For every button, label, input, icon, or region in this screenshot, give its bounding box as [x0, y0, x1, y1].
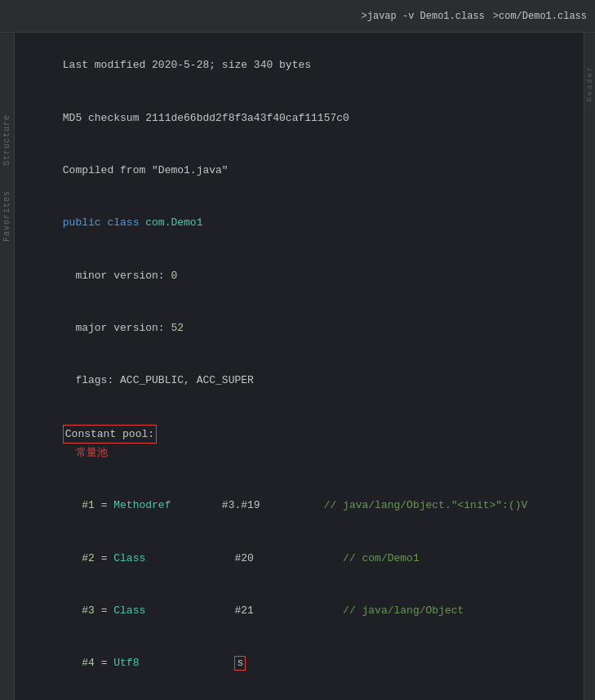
top-cmd2: >com/Demo1.class	[493, 11, 587, 22]
right-sidebar: Reader	[584, 33, 595, 700]
line-7: flags: ACC_PUBLIC, ACC_SUPER	[24, 354, 574, 407]
line-1: Last modified 2020-5-28; size 340 bytes	[24, 39, 574, 91]
pool-2: #2 = Class #20 // com/Demo1	[24, 532, 574, 584]
pool-1: #1 = Methodref #3.#19 // java/lang/Objec…	[24, 479, 574, 532]
line-6: major version: 52	[24, 302, 574, 354]
left-gutter: Structure Favorites	[0, 33, 15, 700]
sidebar-reader-icon[interactable]: Reader	[586, 65, 594, 101]
top-cmd1: >javap -v Demo1.class	[362, 11, 485, 22]
constant-pool-annotation: 常量池	[76, 446, 108, 458]
line-4: public class com.Demo1	[24, 197, 574, 249]
top-bar: >javap -v Demo1.class >com/Demo1.class	[0, 0, 595, 33]
pool-3: #3 = Class #21 // java/lang/Object	[24, 585, 574, 637]
line-constant-pool: Constant pool: 常量池	[24, 407, 574, 479]
pool-4-val: s	[234, 656, 246, 671]
gutter-label-favorites: Favorites	[2, 190, 11, 242]
gutter-label-structure: Structure	[2, 114, 11, 166]
pool-4: #4 = Utf8 s	[24, 637, 574, 689]
code-area: Last modified 2020-5-28; size 340 bytes …	[15, 33, 584, 700]
line-2: MD5 checksum 2111de66bdd2f8f3a43f40caf11…	[24, 91, 574, 144]
line-3: Compiled from "Demo1.java"	[24, 145, 574, 197]
constant-pool-keyword: Constant pool:	[63, 425, 157, 444]
pool-5: #5 = Utf8 Ljava/lang/String;	[24, 689, 574, 700]
line-5: minor version: 0	[24, 249, 574, 301]
